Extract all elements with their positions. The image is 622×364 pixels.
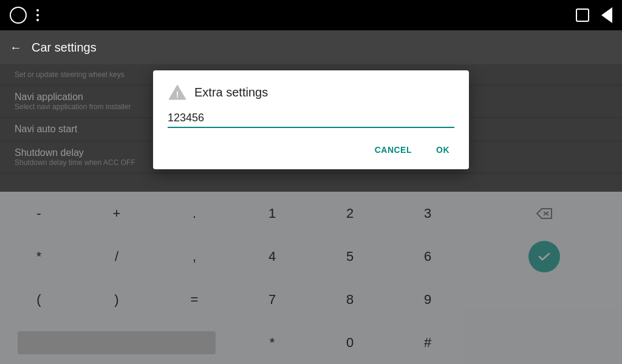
home-icon[interactable] — [10, 7, 27, 24]
cancel-button[interactable]: CANCEL — [365, 140, 422, 160]
dialog-overlay: ! Extra settings CANCEL OK — [0, 64, 622, 364]
dialog-input-area — [153, 109, 469, 135]
status-bar-right — [576, 7, 612, 23]
dialog-title: Extra settings — [194, 86, 268, 99]
back-nav-icon[interactable] — [601, 7, 612, 23]
more-icon[interactable] — [36, 9, 39, 21]
content-area: Set or update steering wheel keys Navi a… — [0, 64, 622, 364]
dialog-input[interactable] — [168, 109, 454, 128]
toolbar-title: Car settings — [32, 41, 97, 55]
status-bar — [0, 0, 622, 30]
recents-icon[interactable] — [576, 8, 589, 22]
ok-button[interactable]: OK — [426, 140, 459, 160]
toolbar-back-button[interactable]: ← — [10, 41, 22, 55]
extra-settings-dialog: ! Extra settings CANCEL OK — [153, 70, 469, 169]
dialog-actions: CANCEL OK — [153, 135, 469, 169]
status-bar-left — [10, 7, 39, 24]
dialog-header: ! Extra settings — [153, 70, 469, 109]
toolbar: ← Car settings — [0, 30, 622, 64]
dialog-icon: ! — [168, 83, 187, 102]
svg-text:!: ! — [176, 90, 179, 99]
